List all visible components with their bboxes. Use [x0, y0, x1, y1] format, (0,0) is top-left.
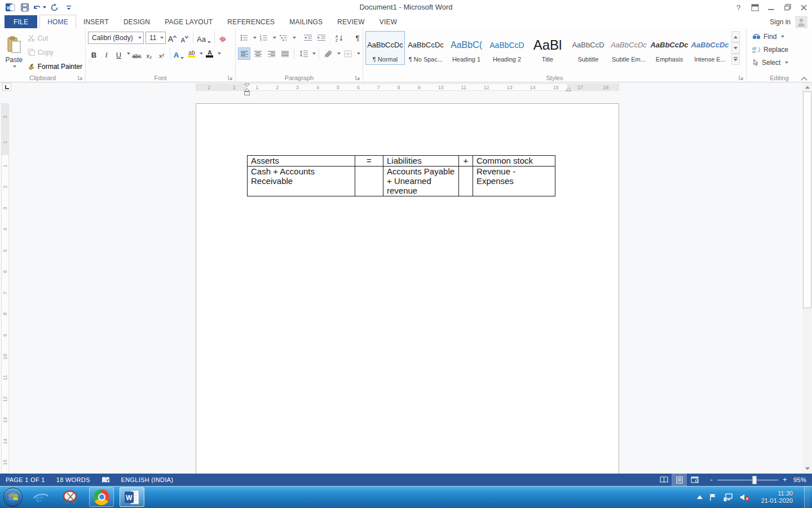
tab-insert[interactable]: INSERT — [76, 15, 116, 28]
superscript-button[interactable]: x² — [156, 47, 167, 60]
tab-selector[interactable] — [2, 83, 11, 91]
decrease-indent-button[interactable] — [302, 32, 314, 44]
style-intense-e[interactable]: AaBbCcDcIntense E... — [690, 31, 730, 65]
styles-scroll-up[interactable] — [731, 31, 740, 42]
cut-button[interactable]: Cut — [26, 32, 84, 44]
customize-qat-icon[interactable] — [62, 1, 76, 14]
font-dialog-launcher[interactable] — [227, 74, 233, 81]
table-cell[interactable]: + — [459, 156, 473, 167]
proofing-errors-icon[interactable] — [96, 474, 116, 486]
tab-home[interactable]: HOME — [39, 15, 76, 28]
tab-view[interactable]: VIEW — [372, 15, 404, 28]
style-no-spac[interactable]: AaBbCcDc¶ No Spac... — [406, 31, 445, 65]
style-title[interactable]: AaBlTitle — [528, 31, 567, 65]
line-spacing-button[interactable] — [297, 47, 310, 60]
web-layout-icon[interactable] — [687, 474, 702, 486]
align-left-button[interactable] — [238, 47, 250, 60]
tab-page-layout[interactable]: PAGE LAYOUT — [157, 15, 220, 28]
language-indicator[interactable]: ENGLISH (INDIA) — [116, 474, 179, 486]
shrink-font-button[interactable]: A — [179, 32, 191, 44]
zoom-thumb[interactable] — [752, 476, 757, 484]
repeat-icon[interactable] — [47, 1, 61, 14]
start-button[interactable] — [3, 488, 23, 507]
undo-dropdown[interactable] — [43, 6, 46, 8]
highlight-dropdown[interactable] — [200, 52, 203, 55]
find-button[interactable]: Find — [752, 30, 811, 43]
shading-dropdown[interactable] — [337, 52, 341, 55]
show-desktop-button[interactable] — [804, 486, 810, 508]
vertical-scrollbar[interactable] — [802, 82, 812, 474]
zoom-level[interactable]: 95% — [791, 476, 812, 483]
tab-review[interactable]: REVIEW — [330, 15, 372, 28]
font-size-combo[interactable]: 11 — [145, 32, 166, 44]
network-icon[interactable] — [723, 493, 733, 501]
tab-references[interactable]: REFERENCES — [220, 15, 282, 28]
tab-mailings[interactable]: MAILINGS — [282, 15, 330, 28]
font-color-button[interactable]: A — [204, 47, 215, 60]
highlight-button[interactable]: ab — [186, 47, 197, 60]
restore-icon[interactable] — [779, 0, 796, 15]
scrollbar-thumb[interactable] — [803, 91, 811, 308]
paste-button[interactable]: Paste — [2, 30, 26, 74]
action-center-flag-icon[interactable] — [709, 493, 717, 501]
paragraph-dialog-launcher[interactable] — [354, 74, 361, 81]
ribbon-display-options-icon[interactable] — [747, 0, 763, 15]
table-cell[interactable]: Liabilities — [383, 156, 459, 167]
volume-muted-icon[interactable] — [740, 493, 750, 501]
replace-button[interactable]: abac Replace — [752, 43, 811, 56]
underline-button[interactable]: U — [113, 47, 125, 60]
taskbar-internet-explorer-icon[interactable]: e — [28, 487, 53, 507]
table-cell[interactable]: = — [355, 156, 383, 167]
taskbar-word-icon[interactable]: W — [120, 487, 144, 507]
save-icon[interactable] — [18, 1, 32, 14]
clear-formatting-button[interactable] — [217, 32, 229, 44]
hanging-indent-marker[interactable] — [244, 88, 250, 96]
borders-dropdown[interactable] — [357, 52, 360, 55]
italic-button[interactable]: I — [100, 47, 112, 60]
change-case-button[interactable]: Aa — [196, 32, 212, 44]
style-emphasis[interactable]: AaBbCcDcEmphasis — [650, 31, 689, 65]
font-name-combo[interactable]: Calibri (Body) — [88, 32, 144, 44]
subscript-button[interactable]: x₂ — [143, 47, 155, 60]
show-hidden-icons-icon[interactable] — [697, 495, 703, 499]
style-heading-2[interactable]: AaBbCcDHeading 2 — [487, 31, 527, 65]
select-button[interactable]: Select — [752, 56, 811, 69]
shading-button[interactable] — [322, 47, 334, 60]
table-cell[interactable]: Cash + Accounts Receivable — [248, 167, 355, 196]
table-cell[interactable]: Accounts Payable + Unearned revenue — [383, 167, 459, 196]
numbering-dropdown[interactable] — [273, 37, 276, 39]
multilevel-list-button[interactable] — [277, 32, 290, 44]
word-app-icon[interactable]: W — [3, 1, 17, 14]
align-right-button[interactable] — [265, 47, 277, 60]
zoom-in-icon[interactable]: + — [783, 477, 787, 483]
collapse-ribbon-icon[interactable] — [801, 77, 807, 81]
numbering-button[interactable]: 123 — [258, 32, 270, 44]
borders-button[interactable] — [342, 47, 354, 60]
format-painter-button[interactable]: Format Painter — [26, 61, 84, 73]
taskbar-snipping-tool-icon[interactable] — [59, 487, 83, 507]
multilevel-dropdown[interactable] — [293, 37, 296, 39]
styles-scroll-down[interactable] — [731, 42, 740, 54]
show-hide-pilcrow-button[interactable]: ¶ — [351, 32, 364, 44]
table-cell[interactable]: Common stock — [473, 156, 555, 167]
copy-button[interactable]: Copy — [26, 46, 84, 58]
style-subtitle[interactable]: AaBbCcDSubtitle — [568, 31, 608, 65]
tab-file[interactable]: FILE — [5, 15, 37, 28]
paste-dropdown[interactable] — [13, 65, 16, 68]
sign-in[interactable]: Sign in — [770, 16, 812, 28]
scroll-up-icon[interactable] — [803, 83, 811, 91]
zoom-out-icon[interactable]: - — [710, 477, 713, 483]
close-icon[interactable] — [796, 0, 812, 15]
bold-button[interactable]: B — [88, 47, 100, 60]
sort-button[interactable]: AZ — [333, 32, 346, 44]
table-cell[interactable]: Revenue - Expenses — [473, 167, 555, 196]
styles-dialog-launcher[interactable] — [738, 74, 744, 81]
bullets-button[interactable] — [238, 32, 250, 44]
help-icon[interactable]: ? — [730, 0, 747, 15]
justify-button[interactable] — [279, 47, 291, 60]
document-page[interactable]: Asserts=Liabilities+Common stockCash + A… — [196, 103, 619, 474]
style-normal[interactable]: AaBbCcDc¶ Normal — [365, 31, 405, 65]
clipboard-dialog-launcher[interactable] — [77, 74, 83, 81]
font-color-dropdown[interactable] — [218, 52, 221, 55]
read-mode-icon[interactable] — [656, 474, 672, 486]
